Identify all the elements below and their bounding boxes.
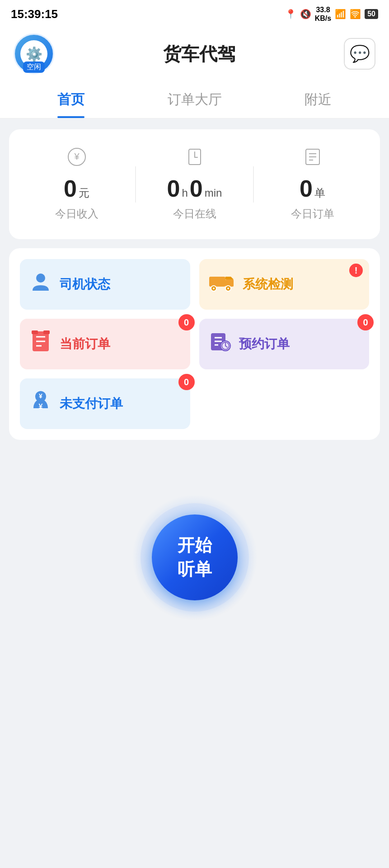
location-icon: 📍 <box>285 9 296 19</box>
income-unit: 元 <box>79 186 89 200</box>
income-icon: ¥ <box>67 147 86 170</box>
orders-value: 0 <box>300 175 313 202</box>
driver-status-label: 司机状态 <box>60 276 110 293</box>
start-listening-button[interactable]: 开始 听单 <box>152 514 238 600</box>
message-icon: 💬 <box>350 44 370 63</box>
svg-rect-9 <box>225 279 234 287</box>
svg-marker-10 <box>225 277 234 279</box>
orders-icon <box>303 147 322 170</box>
online-label: 今日在线 <box>173 207 216 221</box>
svg-point-13 <box>213 288 215 289</box>
reserved-orders-icon <box>208 330 232 359</box>
reserved-orders-button[interactable]: 预约订单 0 <box>199 319 370 369</box>
tab-home[interactable]: 首页 <box>9 81 133 118</box>
stats-card: ¥ 0 元 今日收入 0 h 0 min 今日在线 <box>9 129 380 239</box>
stat-online: 0 h 0 min 今日在线 <box>136 147 253 221</box>
online-hours: 0 <box>167 175 180 202</box>
online-icon <box>185 147 204 170</box>
current-orders-badge: 0 <box>178 314 195 330</box>
start-button-aura: 开始 听单 <box>131 494 258 621</box>
unpaid-orders-badge: 0 <box>178 374 195 390</box>
system-check-button[interactable]: 系统检测 ! <box>199 259 370 310</box>
start-button-outer: 开始 听单 <box>141 503 249 612</box>
menu-grid: 司机状态 系统检测 ! <box>9 248 380 440</box>
orders-label: 今日订单 <box>291 207 334 221</box>
unpaid-orders-button[interactable]: ¥ ¥ 未支付订单 0 <box>20 378 190 429</box>
truck-icon <box>208 271 235 297</box>
income-value: 0 <box>64 175 77 202</box>
svg-rect-20 <box>43 330 50 334</box>
system-check-label: 系统检测 <box>243 276 293 293</box>
svg-text:¥: ¥ <box>39 392 42 400</box>
logo-badge: 空闲 <box>23 61 45 73</box>
stat-orders: 0 单 今日订单 <box>254 147 371 221</box>
svg-rect-19 <box>32 330 38 334</box>
main-content: ¥ 0 元 今日收入 0 h 0 min 今日在线 <box>0 118 389 677</box>
svg-text:¥: ¥ <box>39 403 43 410</box>
online-hours-unit: h <box>182 187 187 199</box>
page-title: 货车代驾 <box>163 42 235 66</box>
status-bar: 15:39:15 📍 🔇 33.8KB/s 📶 🛜 50 <box>0 0 389 26</box>
tab-bar: 首页 订单大厅 附近 <box>0 81 389 118</box>
network-speed: 33.8KB/s <box>315 5 331 23</box>
current-orders-label: 当前订单 <box>60 335 110 353</box>
app-logo[interactable]: ⚙️ 空闲 <box>14 33 54 74</box>
unpaid-orders-icon: ¥ ¥ <box>29 389 52 418</box>
unpaid-orders-label: 未支付订单 <box>60 395 123 412</box>
system-check-warning: ! <box>349 264 363 277</box>
current-orders-button[interactable]: 当前订单 0 <box>20 319 190 369</box>
reserved-orders-label: 预约订单 <box>239 335 290 353</box>
svg-rect-8 <box>209 277 225 287</box>
status-icons: 📍 🔇 33.8KB/s 📶 🛜 50 <box>285 5 378 23</box>
current-orders-icon <box>29 330 52 359</box>
wifi-icon: 🛜 <box>350 9 361 19</box>
svg-point-7 <box>36 274 45 283</box>
header: ⚙️ 空闲 货车代驾 💬 <box>0 26 389 81</box>
income-label: 今日收入 <box>55 207 98 221</box>
tab-nearby[interactable]: 附近 <box>256 81 380 118</box>
online-mins: 0 <box>190 175 203 202</box>
start-section: 开始 听单 <box>9 449 380 666</box>
status-time: 15:39:15 <box>11 7 58 21</box>
online-mins-unit: min <box>205 187 222 199</box>
svg-text:¥: ¥ <box>74 151 80 161</box>
signal-icon: 📶 <box>335 9 346 19</box>
svg-point-14 <box>227 288 229 289</box>
message-button[interactable]: 💬 <box>344 38 375 70</box>
tab-orders[interactable]: 订单大厅 <box>133 81 257 118</box>
driver-status-button[interactable]: 司机状态 <box>20 259 190 310</box>
start-line1: 开始 <box>178 533 212 557</box>
reserved-orders-badge: 0 <box>357 314 374 330</box>
battery-indicator: 50 <box>365 9 378 19</box>
orders-unit: 单 <box>314 186 325 200</box>
stat-income: ¥ 0 元 今日收入 <box>18 147 135 221</box>
start-line2: 听单 <box>178 557 212 581</box>
mute-icon: 🔇 <box>300 9 311 19</box>
driver-icon <box>29 270 52 299</box>
